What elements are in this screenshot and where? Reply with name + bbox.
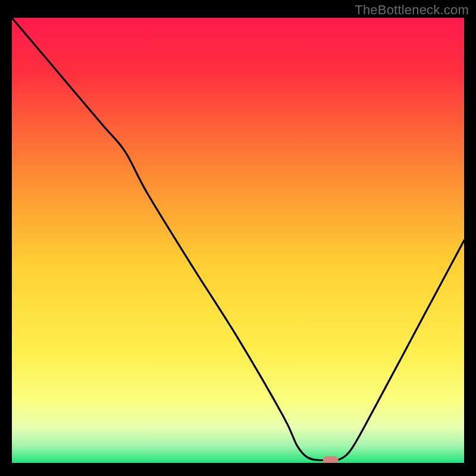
chart-container: TheBottleneck.com [0, 0, 476, 476]
plot-area [12, 18, 464, 463]
watermark-text: TheBottleneck.com [355, 2, 469, 18]
gradient-background [12, 18, 464, 463]
optimal-marker [323, 456, 339, 463]
chart-svg [12, 18, 464, 463]
